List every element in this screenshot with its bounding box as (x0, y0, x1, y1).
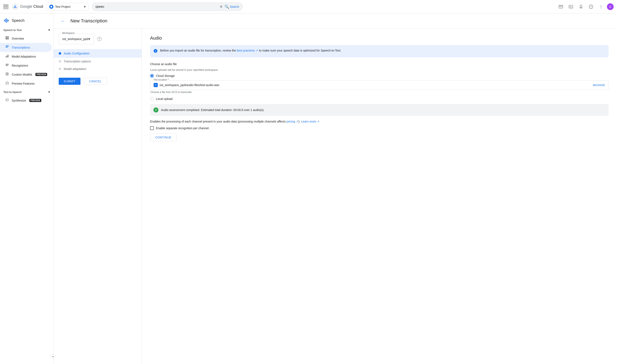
svg-point-11 (601, 6, 602, 7)
right-panel: Audio i Before you import an audio file … (142, 29, 617, 364)
cloud-storage-label: Cloud Storage (156, 74, 175, 78)
file-hint-text: Choose a file from GCS to transcribe. (150, 91, 609, 94)
browse-button[interactable]: BROWSE (593, 84, 605, 87)
audio-section-title: Audio (150, 35, 609, 41)
help-button[interactable]: ? (587, 2, 595, 11)
back-button[interactable]: ← (59, 17, 67, 25)
custom-models-preview-badge: PREVIEW (35, 73, 47, 76)
step-dot-transcription (59, 60, 61, 63)
cloud-storage-option[interactable]: Cloud Storage (150, 74, 609, 78)
submit-button[interactable]: SUBMIT (59, 78, 80, 85)
assessment-check-icon (153, 107, 159, 113)
help-icon: ? (589, 4, 593, 9)
info-box: i Before you import an audio file for tr… (150, 45, 609, 57)
step-transcription-options[interactable]: Transcription options (59, 58, 136, 65)
file-check-icon (154, 83, 158, 87)
speech-app-icon (3, 18, 9, 24)
search-button[interactable]: 🔍 Search (225, 4, 239, 9)
cloud-storage-radio[interactable] (150, 74, 154, 78)
step-label-audio: Audio Configuration (64, 52, 90, 55)
channel-checkbox-label: Enable separate recognition per channel. (156, 127, 209, 130)
best-practices-link[interactable]: best practices ↗ (237, 49, 258, 52)
step-audio-configuration[interactable]: Audio Configuration (54, 49, 141, 58)
sidebar-collapse-button[interactable]: ◂ (50, 354, 54, 359)
project-indicator (49, 5, 54, 9)
project-selector[interactable]: Test Project ▾ (47, 3, 88, 11)
sidebar-item-model-adaptations[interactable]: Model Adaptations (0, 52, 52, 61)
local-uploads-note: Local uploads will be stored in your spe… (150, 68, 609, 71)
sidebar-item-label-synthesize: Synthesize (12, 99, 26, 102)
synthesize-icon (5, 98, 9, 103)
channel-checkbox-row: Enable separate recognition per channel. (150, 126, 609, 130)
info-text-after: to make sure your speech data is optimiz… (258, 49, 341, 52)
waveform-icon (4, 18, 9, 23)
google-cloud-logo-text: Google Cloud (20, 4, 43, 9)
channel-checkbox[interactable] (150, 126, 154, 130)
choose-audio-label: Choose an audio file (150, 62, 609, 66)
sidebar-item-label-overview: Overview (12, 37, 24, 40)
speech-to-text-chevron-icon: ▾ (48, 28, 50, 32)
step-model-adaptation[interactable]: Model adaptation (59, 65, 136, 73)
channel-desc-after: ). (298, 120, 301, 123)
info-circle-icon: i (153, 49, 158, 53)
local-upload-option[interactable]: Local upload (150, 97, 609, 101)
speech-to-text-section-title: Speech-to-Text (3, 28, 22, 32)
svg-rect-20 (6, 65, 9, 65)
sidebar-item-label-preview-features: Preview Features (12, 82, 35, 85)
synthesize-preview-badge: PREVIEW (29, 99, 41, 102)
two-column-layout: Workspace sst_workspace_ppd ▾ ? .workspa… (54, 29, 617, 364)
speech-to-text-section-header[interactable]: Speech-to-Text ▾ (0, 26, 54, 34)
notifications-button[interactable] (577, 2, 585, 11)
search-clear-icon[interactable]: ✕ (220, 4, 223, 9)
support-icon (559, 4, 563, 9)
hamburger-menu-button[interactable] (3, 4, 8, 9)
google-cloud-logo-icon: G (12, 3, 18, 10)
bell-icon (579, 4, 583, 9)
top-navigation: G Google Cloud Test Project ▾ ✕ 🔍 Search (0, 0, 617, 13)
transcriptions-icon (5, 45, 9, 50)
sidebar-item-synthesize[interactable]: Synthesize PREVIEW (0, 96, 52, 105)
workspace-value: sst_workspace_ppd (62, 37, 88, 41)
svg-text:i: i (155, 50, 156, 52)
sidebar-item-overview[interactable]: Overview (0, 34, 52, 43)
support-icon-button[interactable] (557, 2, 565, 11)
file-location-label: File location * (153, 78, 170, 81)
local-upload-radio[interactable] (150, 97, 154, 101)
project-name: Test Project (55, 5, 82, 8)
assessment-box: Audio assessment completed. Estimated to… (150, 104, 609, 116)
sidebar-item-label-custom-models: Custom Models (12, 73, 32, 76)
main-layout: Speech Speech-to-Text ▾ Overview Transcr… (0, 13, 617, 364)
file-location-group: File location * sst_workspace_ppd/audio-… (150, 80, 609, 90)
info-text: Before you import an audio file for tran… (160, 48, 341, 53)
svg-rect-2 (559, 5, 563, 8)
svg-rect-17 (7, 55, 7, 57)
svg-rect-15 (6, 47, 8, 48)
app-name-label: Speech (12, 18, 25, 23)
sidebar-item-custom-models[interactable]: Custom Models PREVIEW (0, 70, 52, 79)
sidebar-item-preview-features[interactable]: Preview Features (0, 79, 52, 88)
cancel-button[interactable]: CANCEL (84, 78, 107, 85)
search-bar: ✕ 🔍 Search (92, 2, 243, 11)
terminal-icon-button[interactable] (567, 2, 575, 11)
more-options-button[interactable] (597, 2, 605, 11)
more-icon (599, 4, 603, 9)
workspace-help-button[interactable]: ? (97, 37, 101, 41)
search-input[interactable] (95, 5, 218, 9)
workspace-label: Workspace (61, 32, 75, 35)
workspace-selector[interactable]: sst_workspace_ppd ▾ (59, 34, 94, 44)
avatar[interactable]: G (607, 3, 614, 10)
sidebar-item-recognizers[interactable]: Recognizers (0, 61, 52, 70)
channel-section: Enables the processing of each channel p… (150, 119, 609, 130)
pricing-link[interactable]: pricing ↗ (286, 120, 298, 123)
content-area: ← New Transcription Workspace sst_worksp… (54, 13, 617, 364)
svg-point-10 (601, 5, 602, 6)
learn-more-link[interactable]: Learn more ↗ (301, 120, 319, 123)
assessment-text: Audio assessment completed. Estimated to… (161, 108, 264, 112)
info-text-before: Before you import an audio file for tran… (160, 49, 237, 52)
text-to-speech-section-header[interactable]: Text-to-Speech ▾ (0, 88, 54, 96)
continue-button[interactable]: CONTINUE (150, 133, 177, 141)
sidebar-item-transcriptions[interactable]: Transcriptions (0, 43, 52, 52)
info-icon: i (153, 49, 158, 54)
google-cloud-logo[interactable]: G Google Cloud (12, 3, 43, 10)
page-header: ← New Transcription (54, 13, 617, 29)
